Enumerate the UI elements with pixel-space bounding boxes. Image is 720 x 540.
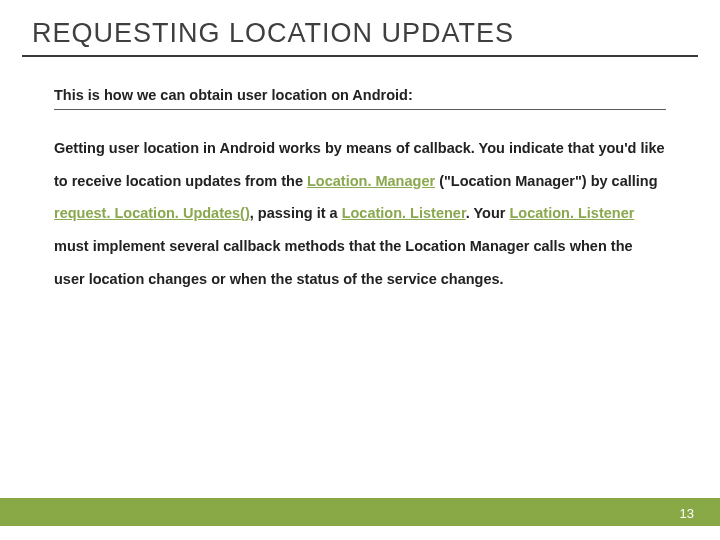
slide-title: REQUESTING LOCATION UPDATES	[0, 0, 720, 55]
page-number: 13	[680, 506, 694, 521]
body-part-3: , passing it a	[250, 205, 342, 221]
body-text: Getting user location in Android works b…	[54, 132, 666, 295]
link-request-location-updates[interactable]: request. Location. Updates()	[54, 205, 250, 221]
body-part-2: ("Location Manager") by calling	[435, 173, 657, 189]
body-part-4: . Your	[466, 205, 510, 221]
title-underline	[22, 55, 698, 57]
link-location-manager[interactable]: Location. Manager	[307, 173, 435, 189]
body-part-5: must implement several callback methods …	[54, 238, 633, 287]
footer-bar	[0, 498, 720, 526]
slide: REQUESTING LOCATION UPDATES This is how …	[0, 0, 720, 540]
link-location-listener-2[interactable]: Location. Listener	[510, 205, 635, 221]
subtitle-block: This is how we can obtain user location …	[54, 87, 666, 110]
subtitle-text: This is how we can obtain user location …	[54, 87, 666, 110]
link-location-listener-1[interactable]: Location. Listener	[342, 205, 466, 221]
